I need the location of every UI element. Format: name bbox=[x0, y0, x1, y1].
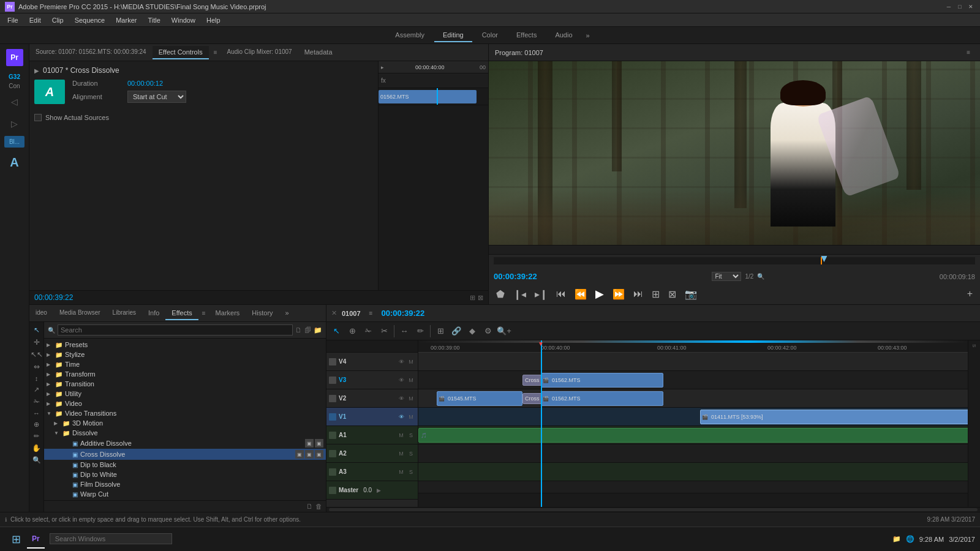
tab-assembly[interactable]: Assembly bbox=[386, 29, 433, 42]
delete-custom-bin-icon[interactable]: 📁 bbox=[314, 326, 322, 334]
select-tool-icon[interactable]: ↖ bbox=[32, 324, 41, 335]
timeline-razor[interactable]: ✂ bbox=[377, 324, 391, 339]
timeline-scrollbar[interactable] bbox=[326, 507, 980, 512]
timeline-menu-icon[interactable]: ≡ bbox=[366, 307, 377, 319]
tree-item-presets[interactable]: ▶ 📁 Presets bbox=[44, 340, 326, 350]
rolling-edit-icon[interactable]: ↕ bbox=[34, 373, 40, 383]
new-custom-bin-icon[interactable]: 🗐 bbox=[304, 326, 311, 334]
workspace-more-icon[interactable]: » bbox=[582, 29, 594, 42]
a1-s-icon[interactable]: S bbox=[407, 431, 415, 440]
show-sources-checkbox[interactable] bbox=[34, 114, 42, 121]
effects-delete-icon[interactable]: 🗑 bbox=[315, 503, 322, 510]
tree-item-transition[interactable]: ▶ 📁 Transition bbox=[44, 379, 326, 389]
tree-item-dip-white[interactable]: ▣ Dip to White bbox=[44, 470, 326, 479]
tab-media-browser[interactable]: Media Browser bbox=[53, 307, 107, 320]
monitor-go-to-in[interactable]: ⏮ bbox=[554, 287, 568, 301]
back-icon[interactable]: ◁ bbox=[5, 92, 24, 111]
tab-metadata[interactable]: Metadata bbox=[298, 46, 339, 59]
hand-tool-icon[interactable]: ✋ bbox=[31, 443, 42, 454]
tree-item-warp-cut[interactable]: ▣ Warp Cut bbox=[44, 489, 326, 499]
v4-eye-icon[interactable]: 👁 bbox=[397, 358, 405, 366]
v3-lock-icon[interactable] bbox=[329, 377, 336, 384]
tree-item-film-dissolve[interactable]: ▣ Film Dissolve bbox=[44, 479, 326, 489]
menu-help[interactable]: Help bbox=[202, 15, 225, 25]
tab-effects[interactable]: Effects bbox=[508, 29, 545, 42]
tree-item-time[interactable]: ▶ 📁 Time bbox=[44, 359, 326, 369]
timeline-select-tool[interactable]: ↖ bbox=[329, 324, 344, 339]
tree-item-stylize[interactable]: ▶ 📁 Stylize bbox=[44, 350, 326, 359]
v4-lock-icon[interactable] bbox=[329, 358, 336, 365]
v3-mute-icon[interactable]: M bbox=[407, 376, 415, 384]
tab-audio-clip-mixer[interactable]: Audio Clip Mixer: 01007 bbox=[221, 46, 298, 59]
timeline-pen[interactable]: ✏ bbox=[413, 324, 428, 339]
a3-lock-icon[interactable] bbox=[329, 468, 336, 476]
program-monitor-menu-icon[interactable]: ≡ bbox=[963, 47, 974, 58]
effects-search-input[interactable] bbox=[58, 324, 293, 335]
monitor-step-back-frame[interactable]: ❙◂ bbox=[511, 287, 529, 301]
slide-tool-icon[interactable]: ⊕ bbox=[32, 419, 40, 430]
timeline-settings[interactable]: ⚙ bbox=[481, 324, 496, 339]
v2-clip-01562[interactable]: 🎬 01562.MTS bbox=[541, 391, 663, 406]
v2-eye-icon[interactable]: 👁 bbox=[397, 394, 405, 403]
effects-more-icon[interactable]: » bbox=[279, 307, 295, 320]
ripple-edit-icon[interactable]: ⇔ bbox=[32, 361, 41, 372]
clip-play-button[interactable]: ▶ bbox=[34, 67, 39, 74]
timeline-close-icon[interactable]: ✕ bbox=[331, 309, 337, 317]
menu-edit[interactable]: Edit bbox=[24, 15, 46, 25]
monitor-zoom-select[interactable]: Fit 25% 50% 100% bbox=[712, 272, 741, 281]
v4-mute-icon[interactable]: M bbox=[407, 358, 415, 366]
minimize-button[interactable]: ─ bbox=[944, 2, 953, 11]
a3-s-icon[interactable]: S bbox=[407, 468, 415, 476]
v3-eye-icon[interactable]: 👁 bbox=[397, 376, 405, 384]
tree-item-transform[interactable]: ▶ 📁 Transform bbox=[44, 369, 326, 379]
tree-item-video-transitions[interactable]: ▼ 📁 Video Transitions bbox=[44, 408, 326, 418]
tree-item-utility[interactable]: ▶ 📁 Utility bbox=[44, 389, 326, 399]
timeline-zoom-in[interactable]: 🔍+ bbox=[497, 324, 511, 339]
monitor-mark-in[interactable]: ⬟ bbox=[494, 287, 507, 301]
tab-info[interactable]: Info bbox=[142, 307, 165, 320]
monitor-insert[interactable]: ⊞ bbox=[649, 287, 662, 301]
monitor-export-frame[interactable]: 📷 bbox=[682, 287, 699, 301]
tree-item-video[interactable]: ▶ 📁 Video bbox=[44, 399, 326, 408]
duration-value[interactable]: 00:00:00:12 bbox=[127, 80, 163, 87]
monitor-scrub-bar[interactable] bbox=[494, 248, 975, 252]
monitor-search-icon[interactable]: 🔍 bbox=[757, 273, 764, 280]
effect-controls-menu-icon[interactable]: ≡ bbox=[210, 47, 221, 58]
timeline-linked[interactable]: 🔗 bbox=[449, 324, 464, 339]
v3-clip-01562[interactable]: 🎬 01562.MTS bbox=[541, 373, 663, 388]
slip-tool-icon[interactable]: ↔ bbox=[32, 408, 41, 418]
maximize-button[interactable]: □ bbox=[956, 2, 964, 11]
v2-lock-icon[interactable] bbox=[329, 395, 336, 402]
a3-m-icon[interactable]: M bbox=[397, 468, 405, 476]
zoom-tool-icon[interactable]: 🔍 bbox=[31, 455, 42, 465]
track-area[interactable]: 00:00:39:00 00:00:40:00 00:00:41:00 00:0… bbox=[418, 340, 968, 507]
effects-menu-icon[interactable]: ≡ bbox=[198, 307, 209, 319]
taskbar-file-icon[interactable]: 📁 bbox=[892, 535, 901, 543]
panel-icon-1[interactable]: A bbox=[5, 152, 24, 172]
a2-s-icon[interactable]: S bbox=[407, 449, 415, 458]
monitor-play[interactable]: ▶ bbox=[593, 286, 606, 302]
timeline-add-edit[interactable]: ⊕ bbox=[345, 324, 360, 339]
a1-m-icon[interactable]: M bbox=[397, 431, 405, 440]
tree-item-cross-dissolve[interactable]: ▣ Cross Dissolve ▣ ▣ ▣ bbox=[44, 449, 326, 460]
menu-window[interactable]: Window bbox=[167, 15, 200, 25]
v2-clip-01545[interactable]: 🎬 01545.MTS bbox=[437, 391, 522, 406]
tab-audio[interactable]: Audio bbox=[546, 29, 581, 42]
menu-sequence[interactable]: Sequence bbox=[70, 15, 110, 25]
start-button[interactable]: ⊞ bbox=[5, 530, 27, 549]
a2-m-icon[interactable]: M bbox=[397, 449, 405, 458]
tab-libraries[interactable]: Libraries bbox=[107, 307, 142, 320]
add-tool-icon[interactable]: ✛ bbox=[32, 337, 41, 348]
rate-stretch-icon[interactable]: ↗ bbox=[32, 384, 40, 395]
v2-mute-icon[interactable]: M bbox=[407, 394, 415, 403]
menu-marker[interactable]: Marker bbox=[111, 15, 141, 25]
v1-eye-icon[interactable]: 👁 bbox=[397, 413, 405, 421]
tab-color[interactable]: Color bbox=[473, 29, 507, 42]
master-lock-icon[interactable] bbox=[329, 487, 336, 494]
tree-item-dissolve[interactable]: ▼ 📁 Dissolve bbox=[44, 428, 326, 438]
menu-title[interactable]: Title bbox=[143, 15, 165, 25]
menu-clip[interactable]: Clip bbox=[47, 15, 69, 25]
tab-editing[interactable]: Editing bbox=[434, 29, 472, 42]
razor-tool-icon[interactable]: ✁ bbox=[32, 396, 41, 407]
blue-panel-button[interactable]: Bl... bbox=[4, 136, 24, 148]
